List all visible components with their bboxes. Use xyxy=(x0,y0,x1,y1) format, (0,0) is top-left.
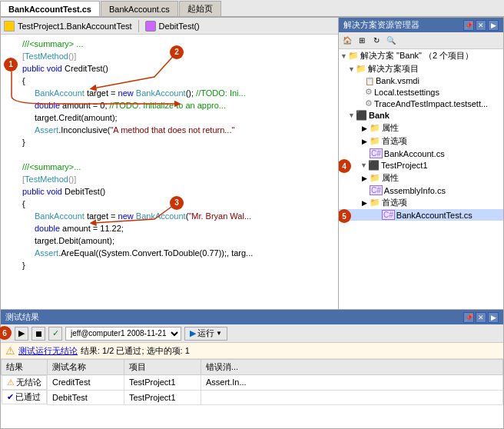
solution-icon: 📁 xyxy=(348,51,359,61)
code-line-12: [TestMethod()] xyxy=(22,173,335,185)
bankaccounttest-label: BankAccountTest.cs xyxy=(396,211,472,220)
props-label-1: 属性 xyxy=(382,122,399,134)
tree-bankaccount-cs[interactable]: C# BankAccount.cs xyxy=(339,148,503,159)
toolbar-separator xyxy=(138,20,139,32)
sol-btn-3[interactable]: ↻ xyxy=(370,34,383,48)
table-row-1[interactable]: ⚠ 无结论 CreditTest TestProject1 Assert.In.… xyxy=(2,375,503,391)
solution-toolbar: 🏠 ⊞ ↻ 🔍 xyxy=(339,32,503,49)
tab-startpage[interactable]: 起始页 xyxy=(179,1,221,16)
method-label: DebitTest() xyxy=(159,22,200,31)
solution-tree: ▼ 📁 解决方案 "Bank" （2 个项目） ▼ 📁 解决方案项目 📋 Ban… xyxy=(339,49,503,309)
expand-bank: ▼ xyxy=(348,111,356,119)
test-toolbar-btn2[interactable]: ⏹ xyxy=(32,327,45,341)
test-select[interactable]: jeff@computer1 2008-11-21 xyxy=(65,327,181,341)
test-pin-btn[interactable]: 📌 xyxy=(463,312,474,323)
col-testname: 测试名称 xyxy=(48,360,124,375)
props-label-2: 属性 xyxy=(382,172,399,184)
row1-result-label: 无结论 xyxy=(16,377,41,388)
tab-bankaccounttest[interactable]: BankAccountTest.cs xyxy=(0,1,100,16)
tree-vsmdi[interactable]: 📋 Bank.vsmdi xyxy=(339,75,503,86)
row1-error: Assert.In... xyxy=(201,375,503,391)
col-error: 错误消... xyxy=(201,360,503,375)
settings-icon-2: ⚙ xyxy=(365,98,373,108)
project-icon xyxy=(4,21,15,32)
run-button[interactable]: ▶ 运行 ▼ xyxy=(184,327,227,341)
sol-btn-1[interactable]: 🏠 xyxy=(340,34,354,48)
code-line-10 xyxy=(22,148,335,161)
tree-assemblyinfo[interactable]: C# AssemblyInfo.cs xyxy=(339,185,503,196)
col-result: 结果 xyxy=(2,360,48,375)
sol-btn-2[interactable]: ⊞ xyxy=(355,34,369,48)
pass-icon-row2: ✔ xyxy=(7,392,14,402)
tree-test-props[interactable]: ▶ 📁 属性 xyxy=(339,171,503,185)
code-line-15: BankAccount target = new BankAccount("Mr… xyxy=(22,210,335,222)
folder-icon-5: 📁 xyxy=(370,173,380,183)
tree-test-ref[interactable]: ▶ 📁 首选项 xyxy=(339,196,503,209)
tree-trace-settings[interactable]: ⚙ TraceAndTestImpact.testsett... xyxy=(339,98,503,109)
settings-icon-1: ⚙ xyxy=(365,87,373,97)
tree-solution-root[interactable]: ▼ 📁 解决方案 "Bank" （2 个项目） xyxy=(339,49,503,62)
pin-button[interactable]: 📌 xyxy=(463,20,474,31)
test-close-btn[interactable]: ✕ xyxy=(476,312,486,323)
code-editor[interactable]: 1 ///<summary> ... [TestMethod()] public… xyxy=(1,35,338,309)
expand-solution: ▼ xyxy=(340,52,348,60)
tree-bank-props[interactable]: ▶ 📁 属性 xyxy=(339,121,503,135)
app-container: BankAccountTest.cs BankAccount.cs 起始页 Te… xyxy=(0,0,504,429)
status-link[interactable]: 测试运行无结论 xyxy=(18,345,78,357)
method-icon xyxy=(145,21,156,32)
status-detail: 结果: 1/2 已通过; 选中的项: 1 xyxy=(81,345,190,357)
solution-panel-title: 解决方案资源管理器 xyxy=(343,19,419,31)
vsmdi-icon: 📋 xyxy=(365,77,374,85)
annotation-4: 4 xyxy=(339,159,351,173)
expand-items: ▼ xyxy=(348,65,356,73)
sol-btn-4[interactable]: 🔍 xyxy=(384,34,398,48)
test-toolbar-btn3[interactable]: ✓ xyxy=(48,327,62,341)
tab-bankaccount[interactable]: BankAccount.cs xyxy=(101,1,178,16)
warn-icon-row1: ⚠ xyxy=(7,377,15,387)
test-arrow-btn[interactable]: ▶ xyxy=(488,312,499,323)
test-panel-title: 测试结果 xyxy=(5,311,39,323)
code-line-11: ///<summary>... xyxy=(22,161,335,173)
cs-icon-1: C# xyxy=(370,148,383,158)
results-table-container: 结果 测试名称 项目 错误消... ⚠ 无结论 CreditTest TestP… xyxy=(1,359,503,428)
folder-icon-6: 📁 xyxy=(370,198,380,208)
tree-bank-ref[interactable]: ▶ 📁 首选项 xyxy=(339,135,503,148)
close-panel-button[interactable]: ✕ xyxy=(476,20,486,31)
tree-local-settings[interactable]: ⚙ Local.testsettings xyxy=(339,86,503,98)
code-line-5: BankAccount target = new BankAccount(); … xyxy=(22,87,335,99)
annotation-2: 2 xyxy=(170,45,184,59)
row1-test: CreditTest xyxy=(48,375,124,391)
col-project: 项目 xyxy=(124,360,201,375)
table-row-2[interactable]: ✔ 已通过 DebitTest TestProject1 xyxy=(2,390,503,404)
tree-folder-items[interactable]: ▼ 📁 解决方案项目 xyxy=(339,62,503,75)
row2-project: TestProject1 xyxy=(124,390,201,404)
ref-label-1: 首选项 xyxy=(382,135,407,147)
cs-icon-2: C# xyxy=(370,185,383,195)
row2-result-label: 已通过 xyxy=(15,391,41,403)
code-line-7: target.Credit(amount); xyxy=(22,111,335,124)
test-toolbar-btn1[interactable]: ▶ xyxy=(15,327,28,341)
editor-toolbar: TestProject1.BankAccountTest DebitTest() xyxy=(1,18,338,35)
annotation-1: 1 xyxy=(4,58,18,72)
row2-result: ✔ 已通过 xyxy=(2,390,48,404)
items-label: 解决方案项目 xyxy=(368,63,419,75)
settings-label-1: Local.testsettings xyxy=(374,88,439,97)
tree-testproject1[interactable]: 4 ▼ ⬛ TestProject1 xyxy=(339,159,503,171)
folder-icon-3: 📁 xyxy=(370,123,380,133)
row1-project: TestProject1 xyxy=(124,375,201,391)
solution-explorer: 解决方案资源管理器 📌 ✕ ▶ 🏠 ⊞ ↻ 🔍 ▼ 📁 xyxy=(339,17,504,310)
status-bar: ⚠ 测试运行无结论 结果: 1/2 已通过; 选中的项: 1 xyxy=(1,343,503,359)
arrow-button[interactable]: ▶ xyxy=(488,20,499,31)
test-panel-header: 测试结果 📌 ✕ ▶ xyxy=(1,310,503,324)
tree-bank-project[interactable]: ▼ ⬛ Bank xyxy=(339,109,503,121)
main-area: TestProject1.BankAccountTest DebitTest()… xyxy=(0,17,504,310)
code-line-8: Assert.Inconclusive("A method that does … xyxy=(22,124,335,136)
bank-label: Bank xyxy=(369,111,390,120)
ref-label-2: 首选项 xyxy=(382,197,407,208)
tree-bankaccounttest-cs[interactable]: 5 C# BankAccountTest.cs xyxy=(339,209,503,221)
run-label: 运行 xyxy=(197,328,214,339)
cs-icon-3: C# xyxy=(382,210,395,220)
solution-label: 解决方案 "Bank" （2 个项目） xyxy=(360,50,473,62)
warning-icon: ⚠ xyxy=(5,344,15,357)
annotation-5: 5 xyxy=(339,209,351,223)
